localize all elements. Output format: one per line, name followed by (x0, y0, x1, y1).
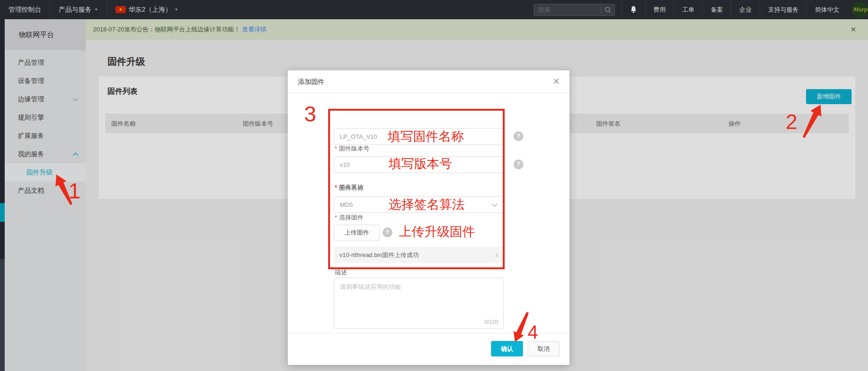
help-icon[interactable]: ? (514, 159, 523, 169)
cancel-button[interactable]: 取消 (528, 341, 560, 356)
chevron-down-icon (492, 203, 498, 207)
field-label-select-firmware: *选择固件 (335, 213, 363, 222)
signature-algorithm-select[interactable]: MD5 (334, 196, 504, 213)
close-icon[interactable]: ✕ (553, 76, 560, 87)
add-firmware-modal: 添加固件 ✕ *固件名称 ? *固件版本号 ? *签名算法 MD5 *选择固件 … (288, 70, 569, 365)
description-textarea[interactable] (334, 278, 503, 328)
upload-status-text: v10-rtthread.bin固件上传成功 (339, 251, 419, 259)
modal-footer-divider (288, 333, 569, 333)
required-asterisk: * (335, 214, 337, 221)
help-icon[interactable]: ? (383, 227, 392, 237)
screen: 管理控制台 产品与服务 ▼ ★ 华东2（上海） ▼ (0, 0, 868, 371)
select-value: MD5 (340, 201, 353, 208)
required-asterisk: * (335, 183, 337, 190)
remove-file-icon[interactable]: x (495, 252, 498, 258)
field-label-description: 描述 (335, 268, 347, 277)
char-counter: 0/100 (484, 319, 499, 326)
modal-title: 添加固件 (298, 78, 324, 86)
upload-status-bar: v10-rtthread.bin固件上传成功 x (334, 247, 504, 263)
field-label-firmware-version: *固件版本号 (335, 144, 369, 153)
help-icon[interactable]: ? (514, 131, 523, 141)
field-label-signature-algorithm: *签名算法 (335, 183, 363, 191)
firmware-name-input[interactable] (334, 128, 504, 145)
upload-firmware-button[interactable]: 上传固件 (334, 225, 380, 241)
description-field: 0/100 (334, 278, 504, 329)
confirm-button[interactable]: 确认 (491, 341, 523, 356)
modal-header-divider (288, 92, 569, 93)
firmware-version-input[interactable] (334, 156, 504, 173)
required-asterisk: * (335, 145, 337, 152)
